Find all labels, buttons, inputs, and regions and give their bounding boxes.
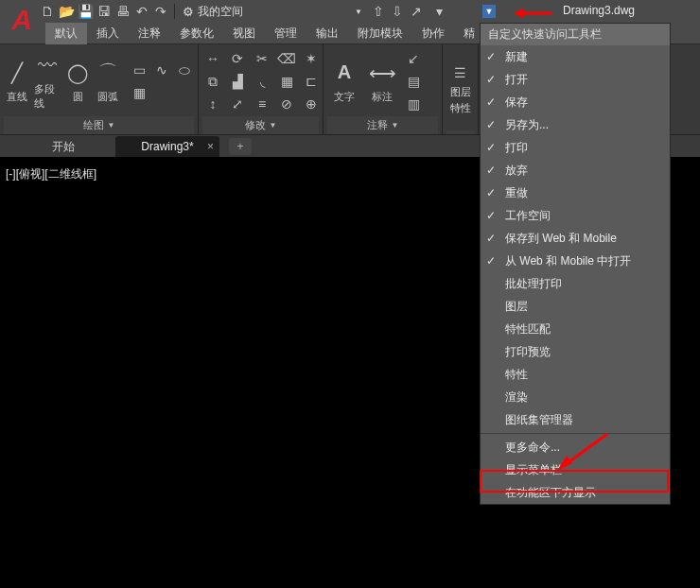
arc-label: 圆弧: [97, 90, 118, 104]
qat-menu-item-5[interactable]: ✓放弃: [481, 159, 670, 182]
circle-button[interactable]: ◯圆: [64, 47, 91, 115]
qat-menu-item-14[interactable]: 特性: [481, 363, 670, 386]
ribbon-tab-3[interactable]: 参数化: [170, 23, 223, 44]
dim-button[interactable]: ⟷标注: [365, 47, 399, 115]
ribbon-tab-7[interactable]: 附加模块: [348, 23, 412, 44]
explode-icon[interactable]: ✶: [301, 48, 322, 69]
qat-menu-item-10[interactable]: 批处理打印: [481, 272, 670, 295]
save-web-icon[interactable]: ⇧: [370, 3, 387, 20]
break-icon[interactable]: ⊘: [276, 94, 297, 114]
document-tab-0[interactable]: 开始: [11, 136, 115, 157]
spline-icon[interactable]: ∿: [151, 60, 172, 80]
field-icon[interactable]: ▥: [403, 94, 424, 114]
line-button[interactable]: ╱直线: [4, 47, 30, 115]
table-icon[interactable]: ▤: [403, 71, 424, 92]
qat-menu-item-15[interactable]: 渲染: [481, 386, 670, 408]
move-icon[interactable]: ↔: [202, 48, 223, 69]
menu-item-label: 重做: [505, 185, 528, 201]
saveas-icon[interactable]: 🖫: [96, 3, 113, 20]
qat-menu-item-0[interactable]: ✓新建: [481, 45, 670, 68]
qat-menu-item-1[interactable]: ✓打开: [481, 68, 670, 91]
fillet-icon[interactable]: ◟: [252, 71, 272, 92]
hatch-icon[interactable]: ▦: [129, 82, 149, 103]
menu-item-label: 从 Web 和 Mobile 中打开: [505, 253, 631, 269]
qat-menu-item-7[interactable]: ✓工作空间: [481, 204, 670, 227]
save-icon[interactable]: 💾: [77, 3, 94, 20]
join-icon[interactable]: ⊕: [301, 94, 322, 114]
qat-menu-item-12[interactable]: 特性匹配: [481, 318, 670, 340]
open-icon[interactable]: 📂: [58, 3, 75, 20]
new-tab-button[interactable]: +: [229, 138, 252, 155]
qat-menu-item-4[interactable]: ✓打印: [481, 136, 670, 159]
offset-icon[interactable]: ⊏: [301, 71, 322, 92]
check-icon: ✓: [486, 209, 496, 222]
check-icon: ✓: [486, 73, 496, 86]
ribbon-tab-2[interactable]: 注释: [129, 23, 170, 44]
rect-icon[interactable]: ▭: [129, 60, 149, 80]
rotate-icon[interactable]: ⟳: [227, 48, 248, 69]
new-icon[interactable]: 🗋: [39, 3, 56, 20]
qat-menu-item-11[interactable]: 图层: [481, 295, 670, 318]
qat-menu-item-13[interactable]: 打印预览: [481, 340, 670, 363]
ribbon-tab-6[interactable]: 输出: [306, 23, 348, 44]
ribbon-tab-0[interactable]: 默认: [45, 23, 87, 44]
share-icon[interactable]: ↗: [408, 3, 425, 20]
document-tab-1[interactable]: Drawing3*: [115, 136, 219, 157]
qat-menu-item-6[interactable]: ✓重做: [481, 182, 670, 204]
mirror-icon[interactable]: ▟: [227, 71, 248, 92]
ribbon-tab-5[interactable]: 管理: [265, 23, 306, 44]
divider: [174, 4, 175, 19]
stretch-icon[interactable]: ↕: [202, 94, 223, 114]
ribbon-tab-4[interactable]: 视图: [223, 23, 265, 44]
qat-menu-after-2[interactable]: 在功能区下方显示: [481, 481, 670, 504]
qat-menu-item-16[interactable]: 图纸集管理器: [481, 408, 670, 431]
qat-dropdown-icon[interactable]: ▾: [431, 3, 448, 20]
workspace-label: 我的空间: [198, 4, 243, 20]
ribbon-tab-1[interactable]: 插入: [87, 23, 129, 44]
arc-button[interactable]: ⌒圆弧: [95, 47, 121, 115]
check-icon: ✓: [486, 186, 496, 199]
line-icon: ╱: [4, 60, 30, 86]
qat-menu-after-0[interactable]: 更多命令...: [481, 436, 670, 458]
title-bar: 🗋 📂 💾 🖫 🖶 ↶ ↷ ⚙ 我的空间 ▼ ⇧ ⇩ ↗ ▾ Drawing3.…: [0, 0, 700, 23]
array-icon[interactable]: ▦: [276, 71, 297, 92]
qat-menu-after-1[interactable]: 显示菜单栏: [481, 458, 670, 481]
app-logo-icon[interactable]: A: [4, 2, 40, 38]
check-icon: ✓: [486, 164, 496, 177]
align-icon[interactable]: ≡: [252, 94, 272, 114]
qat-customize-button[interactable]: ▼: [482, 5, 496, 18]
workspace-dropdown[interactable]: ⚙ 我的空间 ▼: [183, 4, 362, 20]
panel-annot-label[interactable]: 注释▼: [327, 116, 438, 134]
scale-icon[interactable]: ⤢: [227, 94, 248, 114]
layers-icon[interactable]: ☰: [450, 62, 471, 83]
undo-icon[interactable]: ↶: [133, 3, 150, 20]
ellipse-icon[interactable]: ⬭: [174, 60, 195, 80]
menu-item-label: 图层: [505, 299, 528, 315]
trim-icon[interactable]: ✂: [252, 48, 272, 69]
panel-layer-label: [446, 130, 474, 134]
qat-menu-item-3[interactable]: ✓另存为...: [481, 113, 670, 136]
menu-item-label: 显示菜单栏: [505, 462, 562, 478]
redo-icon[interactable]: ↷: [152, 3, 169, 20]
erase-icon[interactable]: ⌫: [276, 48, 297, 69]
text-label: 文字: [334, 90, 355, 104]
line-label: 直线: [7, 90, 27, 104]
print-icon[interactable]: 🖶: [114, 3, 131, 20]
open-web-icon[interactable]: ⇩: [389, 3, 406, 20]
check-icon: ✓: [486, 141, 496, 154]
qat-menu-item-2[interactable]: ✓保存: [481, 91, 670, 113]
qat-menu-item-9[interactable]: ✓从 Web 和 Mobile 中打开: [481, 250, 670, 272]
qat-menu-item-8[interactable]: ✓保存到 Web 和 Mobile: [481, 227, 670, 250]
copy-icon[interactable]: ⧉: [202, 71, 223, 92]
ribbon-tab-8[interactable]: 协作: [412, 23, 454, 44]
text-button[interactable]: A文字: [327, 47, 361, 115]
panel-draw-label[interactable]: 绘图▼: [4, 116, 194, 134]
panel-modify-label[interactable]: 修改▼: [202, 116, 319, 134]
menu-separator: [481, 433, 670, 434]
qat-customize-menu: 自定义快速访问工具栏 ✓新建✓打开✓保存✓另存为...✓打印✓放弃✓重做✓工作空…: [480, 23, 671, 505]
viewport-label[interactable]: [-][俯视][二维线框]: [6, 166, 96, 182]
leader-icon[interactable]: ↙: [403, 48, 424, 69]
menu-item-label: 打印: [505, 140, 528, 156]
dim-icon: ⟷: [369, 60, 395, 86]
polyline-button[interactable]: 〰多段线: [34, 47, 61, 115]
